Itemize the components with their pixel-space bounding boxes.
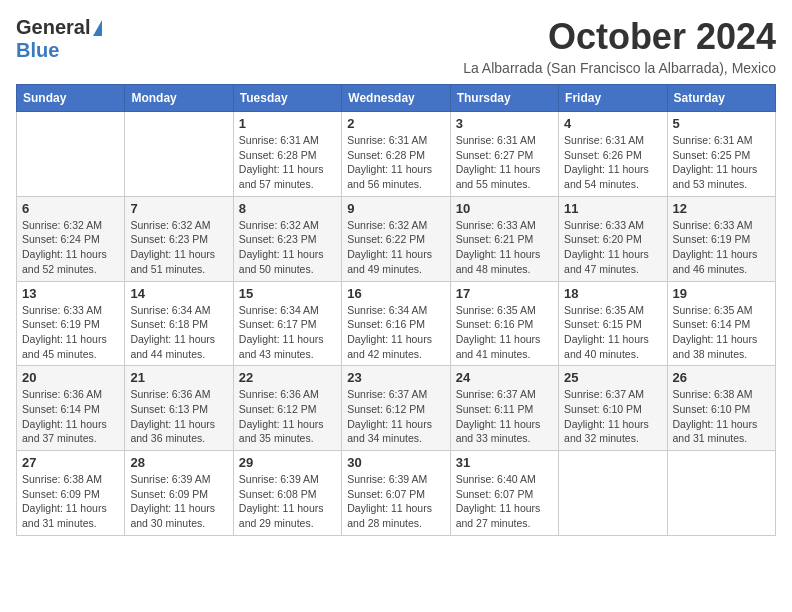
- day-number: 18: [564, 286, 661, 301]
- days-of-week-row: SundayMondayTuesdayWednesdayThursdayFrid…: [17, 85, 776, 112]
- day-number: 25: [564, 370, 661, 385]
- logo: General Blue: [16, 16, 102, 62]
- calendar-cell: 3Sunrise: 6:31 AM Sunset: 6:27 PM Daylig…: [450, 112, 558, 197]
- day-number: 16: [347, 286, 444, 301]
- day-number: 27: [22, 455, 119, 470]
- day-info: Sunrise: 6:37 AM Sunset: 6:11 PM Dayligh…: [456, 387, 553, 446]
- calendar-cell: 31Sunrise: 6:40 AM Sunset: 6:07 PM Dayli…: [450, 451, 558, 536]
- calendar-week-4: 20Sunrise: 6:36 AM Sunset: 6:14 PM Dayli…: [17, 366, 776, 451]
- day-info: Sunrise: 6:40 AM Sunset: 6:07 PM Dayligh…: [456, 472, 553, 531]
- location-subtitle: La Albarrada (San Francisco la Albarrada…: [463, 60, 776, 76]
- logo-triangle-icon: [93, 20, 102, 36]
- month-title: October 2024: [463, 16, 776, 58]
- calendar-cell: 19Sunrise: 6:35 AM Sunset: 6:14 PM Dayli…: [667, 281, 775, 366]
- day-number: 11: [564, 201, 661, 216]
- day-info: Sunrise: 6:33 AM Sunset: 6:19 PM Dayligh…: [22, 303, 119, 362]
- day-info: Sunrise: 6:31 AM Sunset: 6:25 PM Dayligh…: [673, 133, 770, 192]
- day-info: Sunrise: 6:34 AM Sunset: 6:16 PM Dayligh…: [347, 303, 444, 362]
- day-info: Sunrise: 6:32 AM Sunset: 6:22 PM Dayligh…: [347, 218, 444, 277]
- day-number: 6: [22, 201, 119, 216]
- day-number: 13: [22, 286, 119, 301]
- day-number: 3: [456, 116, 553, 131]
- calendar-cell: 8Sunrise: 6:32 AM Sunset: 6:23 PM Daylig…: [233, 196, 341, 281]
- calendar-table: SundayMondayTuesdayWednesdayThursdayFrid…: [16, 84, 776, 536]
- day-number: 8: [239, 201, 336, 216]
- day-number: 9: [347, 201, 444, 216]
- day-info: Sunrise: 6:32 AM Sunset: 6:23 PM Dayligh…: [239, 218, 336, 277]
- calendar-week-1: 1Sunrise: 6:31 AM Sunset: 6:28 PM Daylig…: [17, 112, 776, 197]
- calendar-cell: [125, 112, 233, 197]
- day-info: Sunrise: 6:38 AM Sunset: 6:09 PM Dayligh…: [22, 472, 119, 531]
- day-number: 17: [456, 286, 553, 301]
- calendar-cell: 26Sunrise: 6:38 AM Sunset: 6:10 PM Dayli…: [667, 366, 775, 451]
- calendar-cell: 20Sunrise: 6:36 AM Sunset: 6:14 PM Dayli…: [17, 366, 125, 451]
- day-info: Sunrise: 6:34 AM Sunset: 6:17 PM Dayligh…: [239, 303, 336, 362]
- calendar-cell: 28Sunrise: 6:39 AM Sunset: 6:09 PM Dayli…: [125, 451, 233, 536]
- calendar-cell: 10Sunrise: 6:33 AM Sunset: 6:21 PM Dayli…: [450, 196, 558, 281]
- day-number: 1: [239, 116, 336, 131]
- day-number: 7: [130, 201, 227, 216]
- day-info: Sunrise: 6:38 AM Sunset: 6:10 PM Dayligh…: [673, 387, 770, 446]
- calendar-cell: 11Sunrise: 6:33 AM Sunset: 6:20 PM Dayli…: [559, 196, 667, 281]
- calendar-cell: 9Sunrise: 6:32 AM Sunset: 6:22 PM Daylig…: [342, 196, 450, 281]
- calendar-cell: 7Sunrise: 6:32 AM Sunset: 6:23 PM Daylig…: [125, 196, 233, 281]
- calendar-cell: 23Sunrise: 6:37 AM Sunset: 6:12 PM Dayli…: [342, 366, 450, 451]
- calendar-cell: 16Sunrise: 6:34 AM Sunset: 6:16 PM Dayli…: [342, 281, 450, 366]
- day-number: 28: [130, 455, 227, 470]
- calendar-cell: 30Sunrise: 6:39 AM Sunset: 6:07 PM Dayli…: [342, 451, 450, 536]
- day-info: Sunrise: 6:37 AM Sunset: 6:10 PM Dayligh…: [564, 387, 661, 446]
- calendar-cell: 2Sunrise: 6:31 AM Sunset: 6:28 PM Daylig…: [342, 112, 450, 197]
- day-number: 12: [673, 201, 770, 216]
- logo-blue: Blue: [16, 39, 59, 61]
- day-number: 20: [22, 370, 119, 385]
- day-number: 22: [239, 370, 336, 385]
- page-header: General Blue October 2024 La Albarrada (…: [16, 16, 776, 76]
- calendar-cell: 14Sunrise: 6:34 AM Sunset: 6:18 PM Dayli…: [125, 281, 233, 366]
- day-info: Sunrise: 6:34 AM Sunset: 6:18 PM Dayligh…: [130, 303, 227, 362]
- day-info: Sunrise: 6:35 AM Sunset: 6:14 PM Dayligh…: [673, 303, 770, 362]
- day-info: Sunrise: 6:33 AM Sunset: 6:21 PM Dayligh…: [456, 218, 553, 277]
- day-number: 29: [239, 455, 336, 470]
- day-info: Sunrise: 6:35 AM Sunset: 6:15 PM Dayligh…: [564, 303, 661, 362]
- day-number: 21: [130, 370, 227, 385]
- day-info: Sunrise: 6:39 AM Sunset: 6:08 PM Dayligh…: [239, 472, 336, 531]
- calendar-header: SundayMondayTuesdayWednesdayThursdayFrid…: [17, 85, 776, 112]
- calendar-cell: 29Sunrise: 6:39 AM Sunset: 6:08 PM Dayli…: [233, 451, 341, 536]
- calendar-cell: 17Sunrise: 6:35 AM Sunset: 6:16 PM Dayli…: [450, 281, 558, 366]
- day-number: 15: [239, 286, 336, 301]
- day-info: Sunrise: 6:32 AM Sunset: 6:24 PM Dayligh…: [22, 218, 119, 277]
- day-info: Sunrise: 6:36 AM Sunset: 6:12 PM Dayligh…: [239, 387, 336, 446]
- calendar-cell: 24Sunrise: 6:37 AM Sunset: 6:11 PM Dayli…: [450, 366, 558, 451]
- calendar-cell: [667, 451, 775, 536]
- day-of-week-thursday: Thursday: [450, 85, 558, 112]
- calendar-cell: 18Sunrise: 6:35 AM Sunset: 6:15 PM Dayli…: [559, 281, 667, 366]
- day-of-week-saturday: Saturday: [667, 85, 775, 112]
- day-info: Sunrise: 6:31 AM Sunset: 6:27 PM Dayligh…: [456, 133, 553, 192]
- day-number: 31: [456, 455, 553, 470]
- day-number: 10: [456, 201, 553, 216]
- day-of-week-tuesday: Tuesday: [233, 85, 341, 112]
- calendar-cell: 21Sunrise: 6:36 AM Sunset: 6:13 PM Dayli…: [125, 366, 233, 451]
- day-number: 4: [564, 116, 661, 131]
- calendar-week-2: 6Sunrise: 6:32 AM Sunset: 6:24 PM Daylig…: [17, 196, 776, 281]
- day-info: Sunrise: 6:35 AM Sunset: 6:16 PM Dayligh…: [456, 303, 553, 362]
- calendar-cell: [559, 451, 667, 536]
- calendar-cell: 12Sunrise: 6:33 AM Sunset: 6:19 PM Dayli…: [667, 196, 775, 281]
- day-info: Sunrise: 6:37 AM Sunset: 6:12 PM Dayligh…: [347, 387, 444, 446]
- day-info: Sunrise: 6:33 AM Sunset: 6:19 PM Dayligh…: [673, 218, 770, 277]
- day-number: 14: [130, 286, 227, 301]
- day-info: Sunrise: 6:36 AM Sunset: 6:14 PM Dayligh…: [22, 387, 119, 446]
- day-of-week-friday: Friday: [559, 85, 667, 112]
- day-of-week-wednesday: Wednesday: [342, 85, 450, 112]
- title-section: October 2024 La Albarrada (San Francisco…: [463, 16, 776, 76]
- day-info: Sunrise: 6:31 AM Sunset: 6:28 PM Dayligh…: [239, 133, 336, 192]
- calendar-week-3: 13Sunrise: 6:33 AM Sunset: 6:19 PM Dayli…: [17, 281, 776, 366]
- day-number: 19: [673, 286, 770, 301]
- day-info: Sunrise: 6:31 AM Sunset: 6:28 PM Dayligh…: [347, 133, 444, 192]
- day-info: Sunrise: 6:39 AM Sunset: 6:07 PM Dayligh…: [347, 472, 444, 531]
- day-of-week-monday: Monday: [125, 85, 233, 112]
- calendar-cell: 25Sunrise: 6:37 AM Sunset: 6:10 PM Dayli…: [559, 366, 667, 451]
- calendar-cell: 22Sunrise: 6:36 AM Sunset: 6:12 PM Dayli…: [233, 366, 341, 451]
- day-number: 26: [673, 370, 770, 385]
- day-info: Sunrise: 6:31 AM Sunset: 6:26 PM Dayligh…: [564, 133, 661, 192]
